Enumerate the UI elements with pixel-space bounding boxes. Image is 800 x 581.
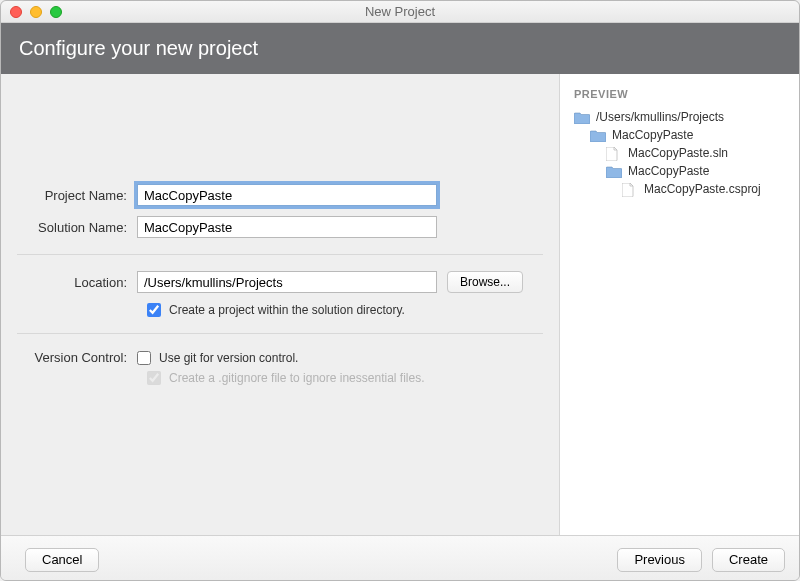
version-control-heading: Version Control: (17, 350, 137, 365)
solution-name-label: Solution Name: (17, 220, 137, 235)
window-controls (10, 6, 62, 18)
folder-icon (590, 129, 606, 142)
solution-name-input[interactable] (137, 216, 437, 238)
tree-row-sln-file: MacCopyPaste.sln (574, 144, 785, 162)
file-icon (606, 147, 622, 160)
tree-row-root: /Users/kmullins/Projects (574, 108, 785, 126)
location-input[interactable] (137, 271, 437, 293)
preview-heading: PREVIEW (574, 88, 785, 100)
zoom-window-button[interactable] (50, 6, 62, 18)
tree-proj-folder-label: MacCopyPaste (628, 164, 709, 178)
create-in-solution-label: Create a project within the solution dir… (169, 303, 405, 317)
project-name-label: Project Name: (17, 188, 137, 203)
tree-sln-file-label: MacCopyPaste.sln (628, 146, 728, 160)
folder-icon (574, 111, 590, 124)
location-label: Location: (17, 275, 137, 290)
tree-root-label: /Users/kmullins/Projects (596, 110, 724, 124)
file-icon (622, 183, 638, 196)
tree-row-proj-folder: MacCopyPaste (574, 162, 785, 180)
cancel-button[interactable]: Cancel (25, 548, 99, 572)
gitignore-checkbox (147, 371, 161, 385)
use-git-label: Use git for version control. (159, 351, 298, 365)
preview-panel: PREVIEW /Users/kmullins/Projects MacCopy… (559, 74, 799, 535)
gitignore-label: Create a .gitignore file to ignore iness… (169, 371, 424, 385)
use-git-checkbox[interactable] (137, 351, 151, 365)
create-button[interactable]: Create (712, 548, 785, 572)
form-column: Project Name: Solution Name: Location: B… (1, 74, 559, 535)
body: Project Name: Solution Name: Location: B… (1, 74, 799, 535)
tree-sln-folder-label: MacCopyPaste (612, 128, 693, 142)
close-window-button[interactable] (10, 6, 22, 18)
previous-button[interactable]: Previous (617, 548, 702, 572)
folder-icon (606, 165, 622, 178)
project-name-input[interactable] (137, 184, 437, 206)
window-title: New Project (1, 4, 799, 19)
footer: Cancel Previous Create (1, 535, 799, 581)
titlebar: New Project (1, 1, 799, 23)
separator (17, 333, 543, 334)
tree-proj-file-label: MacCopyPaste.csproj (644, 182, 761, 196)
tree-row-sln-folder: MacCopyPaste (574, 126, 785, 144)
create-in-solution-checkbox[interactable] (147, 303, 161, 317)
browse-button[interactable]: Browse... (447, 271, 523, 293)
separator (17, 254, 543, 255)
minimize-window-button[interactable] (30, 6, 42, 18)
tree-row-proj-file: MacCopyPaste.csproj (574, 180, 785, 198)
page-title: Configure your new project (1, 23, 799, 74)
